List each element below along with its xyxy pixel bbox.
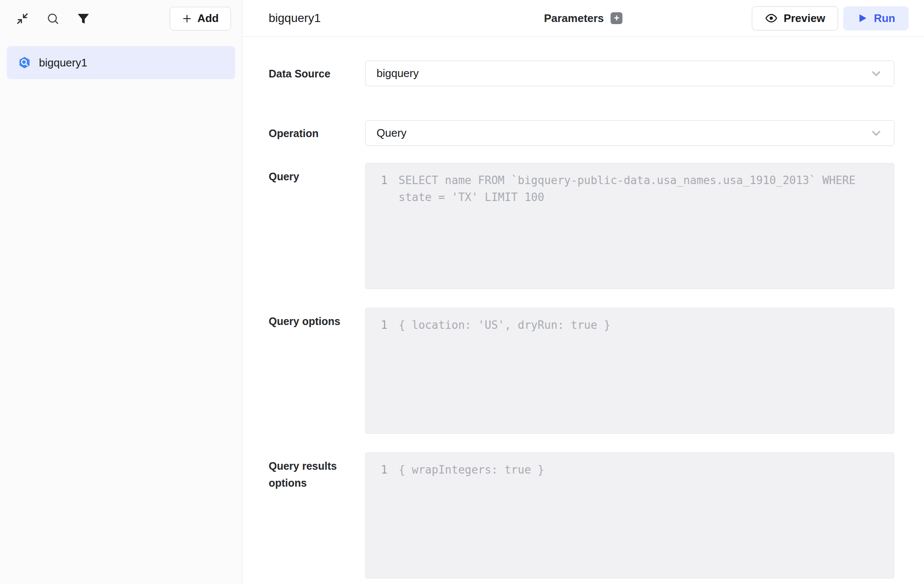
query-editor-header: bigquery1 Parameters + Preview bbox=[242, 0, 924, 37]
query-code-editor[interactable]: 1 SELECT name FROM `bigquery-public-data… bbox=[365, 163, 894, 289]
data-source-row: Data Source bigquery bbox=[269, 61, 894, 86]
query-options-editor[interactable]: 1 { location: 'US', dryRun: true } bbox=[365, 308, 894, 434]
run-button[interactable]: Run bbox=[843, 6, 909, 30]
query-title: bigquery1 bbox=[269, 11, 321, 25]
operation-row: Operation Query bbox=[269, 120, 894, 146]
chevron-down-icon bbox=[869, 67, 883, 80]
line-number: 1 bbox=[366, 172, 399, 189]
query-form: Data Source bigquery Operation Query bbox=[242, 37, 924, 584]
add-button-label: Add bbox=[197, 12, 219, 25]
play-icon bbox=[857, 13, 868, 24]
query-editor-panel: bigquery1 Parameters + Preview bbox=[242, 0, 924, 584]
query-label: Query bbox=[269, 163, 365, 185]
preview-button-label: Preview bbox=[784, 12, 825, 25]
query-list-item-bigquery1[interactable]: bigquery1 bbox=[7, 46, 235, 79]
parameters-group: Parameters + bbox=[544, 12, 623, 25]
query-list: bigquery1 bbox=[0, 37, 242, 88]
query-item-label: bigquery1 bbox=[39, 56, 87, 69]
query-results-options-editor[interactable]: 1 { wrapIntegers: true } bbox=[365, 452, 894, 578]
filter-icon bbox=[77, 13, 89, 25]
eye-icon bbox=[765, 12, 778, 25]
bigquery-icon bbox=[18, 56, 31, 69]
data-source-label: Data Source bbox=[269, 65, 365, 82]
preview-button[interactable]: Preview bbox=[752, 6, 838, 30]
search-button[interactable] bbox=[45, 11, 61, 27]
search-icon bbox=[47, 12, 59, 25]
plus-icon bbox=[182, 14, 192, 24]
query-results-options-placeholder-text: { wrapIntegers: true } bbox=[399, 461, 544, 478]
operation-select[interactable]: Query bbox=[365, 120, 894, 146]
query-options-label: Query options bbox=[269, 308, 365, 330]
query-sidebar: Add bigquery1 bbox=[0, 0, 242, 584]
operation-value: Query bbox=[377, 127, 407, 140]
query-placeholder-text: SELECT name FROM `bigquery-public-data.u… bbox=[399, 172, 883, 206]
chevron-down-icon bbox=[869, 127, 883, 140]
add-query-button[interactable]: Add bbox=[170, 7, 231, 30]
query-results-options-label: Query results options bbox=[269, 452, 365, 491]
data-source-select[interactable]: bigquery bbox=[365, 61, 894, 86]
line-number: 1 bbox=[366, 317, 399, 333]
query-options-row: Query options 1 { location: 'US', dryRun… bbox=[269, 308, 894, 434]
operation-label: Operation bbox=[269, 125, 365, 142]
parameters-label: Parameters bbox=[544, 12, 604, 25]
query-row: Query 1 SELECT name FROM `bigquery-publi… bbox=[269, 163, 894, 289]
sidebar-toolbar: Add bbox=[0, 0, 242, 37]
add-parameter-button[interactable]: + bbox=[610, 12, 622, 24]
header-actions: Preview Run bbox=[752, 6, 909, 30]
query-options-placeholder-text: { location: 'US', dryRun: true } bbox=[399, 317, 610, 333]
collapse-panel-button[interactable] bbox=[14, 11, 30, 27]
line-number: 1 bbox=[366, 461, 399, 478]
filter-button[interactable] bbox=[75, 11, 91, 27]
collapse-icon bbox=[16, 12, 29, 25]
data-source-value: bigquery bbox=[377, 67, 419, 80]
run-button-label: Run bbox=[874, 12, 895, 25]
query-results-options-row: Query results options 1 { wrapIntegers: … bbox=[269, 452, 894, 578]
